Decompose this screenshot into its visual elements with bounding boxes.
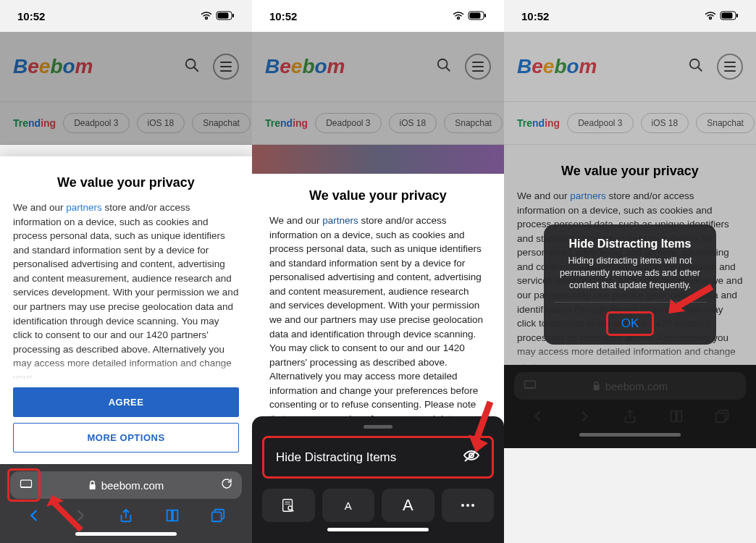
logo: Beebom <box>517 55 597 78</box>
svg-line-13 <box>446 67 450 72</box>
svg-rect-25 <box>722 12 733 18</box>
screenshot-panel-2: 10:52 Beebom Trending Deadpool 3 iOS 18 … <box>252 0 504 543</box>
status-bar: 10:52 <box>252 0 504 32</box>
trending-pill[interactable]: iOS 18 <box>389 113 437 133</box>
trending-bar: Trending Deadpool 3 iOS 18 Snapchat R <box>0 101 252 145</box>
reader-icon[interactable] <box>523 377 537 395</box>
battery-icon <box>216 10 235 22</box>
reader-icon[interactable] <box>19 476 33 494</box>
logo: Beebom <box>13 55 93 78</box>
trending-pill[interactable]: iOS 18 <box>641 113 689 133</box>
site-header: Beebom <box>504 32 756 101</box>
svg-rect-8 <box>212 512 222 521</box>
agree-button[interactable]: AGREE <box>13 387 239 417</box>
tabs-icon[interactable] <box>210 508 226 526</box>
battery-icon <box>720 10 739 22</box>
logo: Beebom <box>265 55 345 78</box>
hamburger-menu-button[interactable] <box>717 54 743 80</box>
privacy-title: We value your privacy <box>252 188 504 203</box>
status-bar: 10:52 <box>504 0 756 32</box>
svg-rect-2 <box>232 14 234 17</box>
more-icon[interactable] <box>442 489 495 522</box>
svg-point-21 <box>461 504 464 507</box>
url-bar[interactable]: beebom.com <box>514 372 746 400</box>
trending-bar: Trending Deadpool 3 iOS 18 Snapchat <box>504 101 756 145</box>
forward-icon <box>576 408 592 427</box>
screenshot-panel-1: 10:52 Beebom Trending Deadpool 3 iOS 18 … <box>0 0 252 543</box>
search-icon[interactable] <box>436 57 452 76</box>
safari-toolbar: beebom.com <box>0 464 252 543</box>
site-header: Beebom <box>252 32 504 101</box>
svg-rect-26 <box>736 14 738 17</box>
svg-point-22 <box>466 504 469 507</box>
hide-distracting-button[interactable]: Hide Distracting Items <box>262 436 494 479</box>
site-header: Beebom <box>0 32 252 101</box>
trending-pill[interactable]: Deadpool 3 <box>63 113 129 133</box>
home-indicator[interactable] <box>579 433 681 437</box>
hamburger-menu-button[interactable] <box>213 54 239 80</box>
search-icon[interactable] <box>688 57 704 76</box>
svg-point-23 <box>471 504 474 507</box>
reload-icon[interactable] <box>220 477 233 493</box>
back-icon[interactable] <box>26 508 42 526</box>
svg-rect-29 <box>525 381 536 388</box>
search-icon[interactable] <box>184 57 200 76</box>
hamburger-menu-button[interactable] <box>465 54 491 80</box>
alert-title: Hide Distracting Items <box>554 237 706 251</box>
find-on-page-icon[interactable] <box>262 489 315 522</box>
lock-icon <box>592 381 601 391</box>
more-options-button[interactable]: MORE OPTIONS <box>13 423 239 452</box>
home-indicator[interactable] <box>327 528 429 531</box>
partners-link[interactable]: partners <box>570 190 606 201</box>
lock-icon <box>88 480 97 490</box>
bookmarks-icon[interactable] <box>668 408 684 427</box>
trending-bar: Trending Deadpool 3 iOS 18 Snapchat R <box>252 101 504 145</box>
battery-icon <box>468 10 487 22</box>
svg-rect-5 <box>21 480 32 487</box>
hero-image-strip <box>252 145 504 174</box>
trending-pill[interactable]: Snapchat <box>696 113 755 133</box>
share-icon[interactable] <box>622 408 638 427</box>
annotation-arrow <box>465 398 501 459</box>
privacy-sheet: We value your privacy We and our partner… <box>0 156 252 543</box>
svg-rect-10 <box>470 12 481 18</box>
hide-label: Hide Distracting Items <box>276 450 396 465</box>
text-larger-button[interactable]: A <box>382 489 434 522</box>
svg-rect-1 <box>218 12 229 18</box>
annotation-arrow <box>45 494 88 540</box>
partners-link[interactable]: partners <box>66 202 102 213</box>
annotation-arrow <box>665 281 715 320</box>
svg-point-27 <box>690 59 700 69</box>
trending-pill[interactable]: Deadpool 3 <box>315 113 381 133</box>
svg-line-4 <box>194 67 198 72</box>
partners-link[interactable]: partners <box>322 215 358 226</box>
back-icon[interactable] <box>530 408 546 427</box>
trending-label: Trending <box>13 117 56 129</box>
status-indicators <box>201 10 235 22</box>
bookmarks-icon[interactable] <box>164 508 180 526</box>
tabs-icon[interactable] <box>714 408 730 427</box>
svg-rect-7 <box>90 484 96 489</box>
status-time: 10:52 <box>269 10 297 22</box>
trending-pill[interactable]: iOS 18 <box>137 113 185 133</box>
svg-rect-31 <box>594 385 600 390</box>
svg-line-28 <box>698 67 702 72</box>
share-icon[interactable] <box>118 508 134 526</box>
wifi-icon <box>201 10 212 22</box>
screenshot-panel-3: 10:52 Beebom Trending Deadpool 3 iOS 18 … <box>504 0 756 543</box>
sheet-grabber[interactable] <box>364 425 392 429</box>
text-smaller-button[interactable]: A <box>322 489 375 522</box>
url-center: beebom.com <box>88 479 164 492</box>
svg-rect-11 <box>484 14 486 17</box>
trending-pill[interactable]: Snapchat <box>444 113 503 133</box>
svg-point-12 <box>438 59 448 69</box>
privacy-body: We and our partners store and/or access … <box>0 201 252 380</box>
trending-pill[interactable]: Deadpool 3 <box>567 113 633 133</box>
safari-toolbar: beebom.com <box>504 365 756 448</box>
privacy-title: We value your privacy <box>504 164 756 179</box>
wifi-icon <box>453 10 464 22</box>
home-indicator[interactable] <box>75 532 177 536</box>
status-bar: 10:52 <box>0 0 252 32</box>
trending-pill[interactable]: Snapchat <box>192 113 251 133</box>
text-controls-row: A A <box>262 489 494 522</box>
